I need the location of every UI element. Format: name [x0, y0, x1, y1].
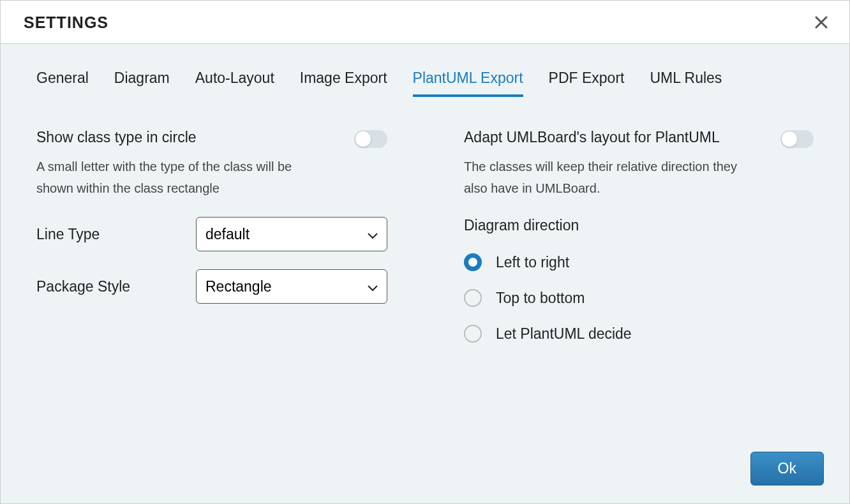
left-column: Show class type in circle A small letter… — [36, 129, 387, 343]
radio-circle-icon — [464, 289, 482, 307]
radio-circle-icon — [464, 253, 482, 271]
show-class-type-toggle[interactable] — [354, 130, 387, 148]
ok-button[interactable]: Ok — [750, 452, 824, 485]
package-style-label: Package Style — [36, 278, 196, 295]
close-icon — [815, 16, 828, 29]
package-style-select[interactable]: Rectangle — [196, 269, 387, 304]
adapt-layout-label: Adapt UMLBoard's layout for PlantUML — [464, 129, 720, 146]
show-class-type-label: Show class type in circle — [36, 129, 197, 146]
radio-label: Top to bottom — [496, 290, 585, 307]
right-column: Adapt UMLBoard's layout for PlantUML The… — [464, 129, 814, 343]
radio-plantuml-decide[interactable]: Let PlantUML decide — [464, 325, 814, 343]
line-type-label: Line Type — [36, 226, 196, 243]
package-style-row: Package Style Rectangle — [36, 269, 387, 304]
show-class-type-row: Show class type in circle — [36, 129, 387, 148]
toggle-knob — [782, 131, 797, 147]
tab-uml-rules[interactable]: UML Rules — [650, 70, 722, 97]
close-button[interactable] — [812, 14, 830, 32]
diagram-direction-group: Left to right Top to bottom Let PlantUML… — [464, 253, 814, 343]
radio-label: Let PlantUML decide — [496, 325, 632, 343]
radio-top-to-bottom[interactable]: Top to bottom — [464, 289, 814, 307]
adapt-layout-desc: The classes will keep their relative dir… — [464, 156, 757, 199]
dialog-footer: Ok — [750, 452, 824, 485]
radio-left-to-right[interactable]: Left to right — [464, 253, 814, 271]
show-class-type-desc: A small letter with the type of the clas… — [36, 156, 330, 199]
tab-plantuml-export[interactable]: PlantUML Export — [413, 70, 523, 97]
radio-label: Left to right — [496, 254, 569, 271]
dialog-header: SETTINGS — [1, 1, 849, 44]
tab-auto-layout[interactable]: Auto-Layout — [195, 70, 274, 97]
settings-dialog: SETTINGS General Diagram Auto-Layout Ima… — [0, 0, 850, 504]
tab-diagram[interactable]: Diagram — [114, 70, 170, 97]
adapt-layout-row: Adapt UMLBoard's layout for PlantUML — [464, 129, 814, 148]
dialog-body: General Diagram Auto-Layout Image Export… — [1, 44, 849, 503]
tab-pdf-export[interactable]: PDF Export — [549, 70, 625, 97]
line-type-select[interactable]: default — [196, 217, 387, 251]
chevron-down-icon — [368, 278, 378, 295]
line-type-value: default — [205, 226, 250, 243]
package-style-value: Rectangle — [205, 278, 272, 295]
toggle-knob — [355, 131, 371, 147]
radio-circle-icon — [464, 325, 482, 343]
tabs: General Diagram Auto-Layout Image Export… — [1, 44, 849, 97]
tab-general[interactable]: General — [36, 70, 89, 97]
diagram-direction-title: Diagram direction — [464, 217, 814, 234]
tab-image-export[interactable]: Image Export — [300, 70, 387, 97]
adapt-layout-toggle[interactable] — [780, 130, 814, 148]
line-type-row: Line Type default — [36, 217, 387, 251]
chevron-down-icon — [368, 226, 378, 243]
dialog-title: SETTINGS — [24, 13, 108, 32]
settings-content: Show class type in circle A small letter… — [1, 97, 849, 343]
